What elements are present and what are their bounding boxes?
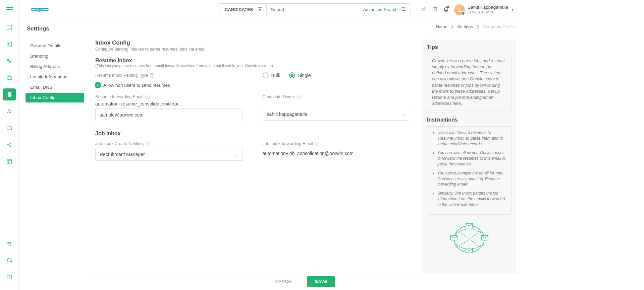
svg-rect-4 (7, 42, 12, 46)
svg-rect-6 (7, 77, 12, 79)
user-name: Sahiti Kappagantula (468, 5, 508, 10)
form-footer: CANCEL SAVE (89, 273, 521, 290)
breadcrumb: Home ❯ Settings ❯ Company Profile (89, 19, 521, 34)
svg-point-20 (9, 278, 9, 278)
user-role: SUPER ADMIN (468, 10, 508, 14)
tips-illustration (427, 215, 512, 258)
svg-rect-2 (7, 28, 9, 30)
settings-nav-branding[interactable]: Branding (25, 51, 84, 61)
checkbox-label: Allow non users to send resumes (103, 83, 170, 88)
search-icon[interactable] (401, 6, 407, 13)
svg-rect-17 (7, 261, 8, 263)
resume-fwd-input[interactable] (95, 108, 243, 121)
sliders-icon[interactable] (3, 238, 16, 250)
label-parse-type: Resume Inbox Parsing Type (95, 73, 148, 78)
settings-nav-billing[interactable]: Billing Address (25, 62, 84, 71)
candidate-owner-value: sahiti kappagantula (267, 112, 308, 117)
chevron-down-icon: ⌄ (402, 112, 406, 117)
svg-point-8 (10, 110, 11, 111)
briefcase-icon[interactable] (3, 72, 16, 84)
svg-point-10 (7, 144, 8, 145)
filter-icon (258, 7, 262, 12)
save-button[interactable]: SAVE (307, 276, 335, 287)
swap-icon[interactable] (421, 6, 427, 13)
instructions-title: Instructions (427, 117, 512, 123)
help-icon[interactable]: ? (146, 142, 150, 146)
svg-rect-1 (10, 25, 11, 27)
settings-nav-locale[interactable]: Locale Information (25, 72, 84, 82)
category-dropdown[interactable]: CANDIDATES (219, 3, 267, 16)
job-notifiers-select[interactable]: Recruitment Manager ⌄ (95, 148, 243, 161)
notification-dot (447, 6, 449, 8)
radio-bulk-label: Bulk (271, 73, 280, 78)
crumb-settings[interactable]: Settings (457, 24, 473, 29)
svg-rect-0 (7, 25, 9, 27)
radio-single[interactable]: Single (289, 72, 311, 78)
tips-panel: Tips Oorwin lets you parse jobs and resu… (422, 40, 516, 273)
bell-icon[interactable] (443, 6, 449, 13)
help-icon[interactable]: ? (145, 95, 150, 99)
user-menu[interactable]: Sahiti Kappagantula SUPER ADMIN ▼ (454, 4, 514, 15)
settings-nav-general[interactable]: General Details (25, 41, 84, 51)
brand-logo[interactable]: Oorw!n (31, 5, 52, 14)
svg-rect-13 (7, 159, 12, 163)
svg-point-7 (8, 110, 9, 111)
checkbox-icon (95, 82, 101, 88)
category-label: CANDIDATES (225, 7, 253, 12)
svg-point-22 (402, 7, 405, 10)
headset-icon[interactable] (3, 255, 16, 267)
radio-single-label: Single (298, 73, 311, 78)
chevron-down-icon: ▼ (511, 8, 514, 11)
settings-nav-email-dns[interactable]: Email DNS (25, 82, 84, 92)
radio-bulk[interactable]: Bulk (263, 72, 280, 78)
svg-rect-3 (10, 28, 11, 30)
left-rail (0, 0, 19, 290)
svg-point-24 (459, 8, 461, 9)
instruction-item: Users can forward resumes to 'Resume Inb… (437, 130, 507, 147)
help-icon[interactable]: ? (297, 95, 302, 99)
help-icon[interactable]: ? (150, 73, 154, 78)
menu-toggle[interactable] (6, 6, 13, 12)
form-area: Inbox Config Configure parsing inboxes t… (95, 40, 416, 273)
cancel-button[interactable]: CANCEL (275, 279, 294, 284)
section-title-inbox: Inbox Config (95, 40, 416, 46)
candidate-owner-select[interactable]: sahiti kappagantula ⌄ (263, 108, 410, 121)
label-job-notifiers: Job Inbox Create Notifiers (95, 141, 144, 146)
instruction-item: Similarly, Job Inbox parses the job info… (437, 191, 507, 207)
settings-nav-inbox-config[interactable]: Inbox Config (25, 93, 84, 102)
svg-point-15 (8, 243, 9, 244)
share-icon[interactable] (3, 139, 16, 151)
people-icon[interactable] (3, 105, 16, 117)
radio-circle-icon (289, 72, 295, 78)
advanced-search-link[interactable]: Advanced Search (363, 7, 398, 12)
layout-icon[interactable] (3, 155, 16, 167)
search-box: Advanced Search (267, 3, 411, 16)
resume-fwd-value: automation+resume_consolidation@oor... (95, 101, 249, 106)
add-icon[interactable] (432, 6, 438, 13)
section-sub-inbox: Configure parsing inboxes to parse resum… (95, 47, 416, 52)
svg-point-14 (10, 242, 10, 243)
wallet-icon[interactable] (3, 122, 16, 134)
phone-icon[interactable] (3, 55, 16, 67)
svg-point-5 (8, 44, 9, 45)
document-icon[interactable] (3, 88, 16, 100)
user-card-icon[interactable] (3, 38, 16, 50)
svg-rect-18 (10, 261, 11, 263)
help-icon[interactable] (3, 271, 16, 283)
section-title-job: Job Inbox (95, 131, 416, 137)
job-notifiers-value: Recruitment Manager (100, 152, 145, 157)
chevron-right-icon: ❯ (451, 24, 454, 29)
help-icon[interactable]: ? (315, 142, 319, 146)
radio-circle-icon (263, 72, 269, 78)
section-title-resume: Resume Inbox (95, 58, 416, 64)
chevron-down-icon: ⌄ (235, 152, 238, 157)
search-input[interactable] (271, 7, 363, 12)
dashboard-icon[interactable] (3, 21, 16, 33)
topbar: Oorw!n CANDIDATES Advanced Search (19, 0, 521, 19)
crumb-home[interactable]: Home (436, 24, 447, 29)
label-job-fwd: Job Inbox forwarding Email (263, 141, 313, 146)
svg-point-11 (10, 143, 11, 144)
section-sub-resume: (This lets you parse resumes from email … (95, 64, 416, 68)
checkbox-allow-non-users[interactable]: Allow non users to send resumes (95, 82, 416, 88)
label-resume-fwd: Resume forwarding Email (95, 94, 143, 99)
